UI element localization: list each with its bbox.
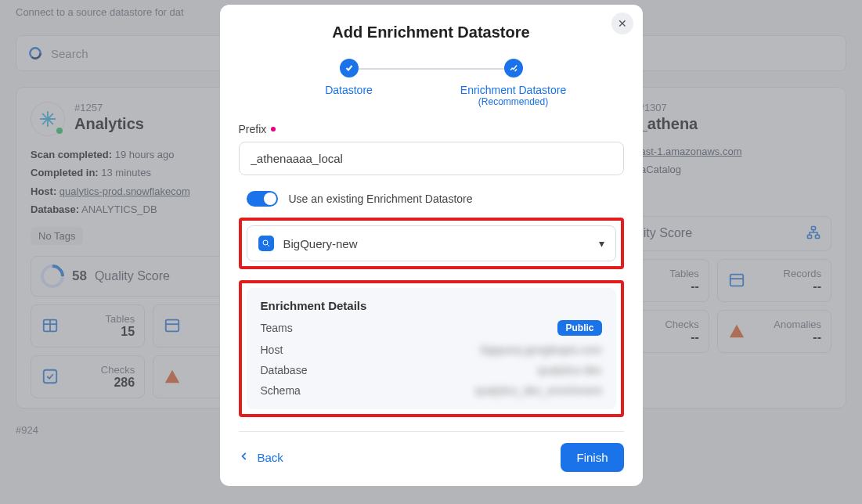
details-host-value: bigquery.googleapis.com: [481, 344, 602, 356]
finish-button[interactable]: Finish: [561, 443, 623, 472]
prefix-input[interactable]: [239, 142, 624, 175]
stepper: Datastore Enrichment Datastore (Recommen…: [220, 59, 643, 107]
step-label[interactable]: Datastore: [267, 84, 431, 96]
details-database-value: qualytics-dev: [538, 364, 602, 376]
step-complete-icon: [340, 59, 359, 77]
public-badge: Public: [557, 320, 601, 336]
step-current-icon: [504, 59, 523, 77]
enrichment-datastore-select[interactable]: BigQuery-new ▾: [247, 225, 616, 261]
bigquery-icon: [258, 236, 274, 251]
use-existing-toggle[interactable]: [247, 191, 278, 207]
modal-overlay: ✕ Add Enrichment Datastore Datastore Enr…: [0, 0, 862, 504]
highlight-select-section: BigQuery-new ▾: [239, 218, 624, 269]
close-icon: ✕: [618, 17, 627, 30]
select-value: BigQuery-new: [283, 237, 590, 250]
add-enrichment-modal: ✕ Add Enrichment Datastore Datastore Enr…: [220, 5, 643, 486]
toggle-label: Use an existing Enrichment Datastore: [289, 193, 473, 205]
modal-title: Add Enrichment Datastore: [220, 23, 643, 41]
details-schema-value: qualytics_dev_enrichment: [475, 384, 602, 397]
back-button[interactable]: Back: [239, 451, 283, 464]
chevron-left-icon: [239, 451, 250, 464]
close-button[interactable]: ✕: [611, 13, 633, 34]
highlight-details-section: Enrichment Details Teams Public Host big…: [239, 280, 624, 417]
required-dot-icon: [271, 127, 276, 131]
prefix-label: Prefix: [239, 123, 624, 135]
details-title: Enrichment Details: [261, 299, 602, 312]
step-sublabel: (Recommended): [431, 96, 596, 107]
step-label[interactable]: Enrichment Datastore: [431, 84, 596, 96]
enrichment-details-panel: Enrichment Details Teams Public Host big…: [247, 288, 616, 409]
chevron-down-icon: ▾: [599, 237, 604, 250]
